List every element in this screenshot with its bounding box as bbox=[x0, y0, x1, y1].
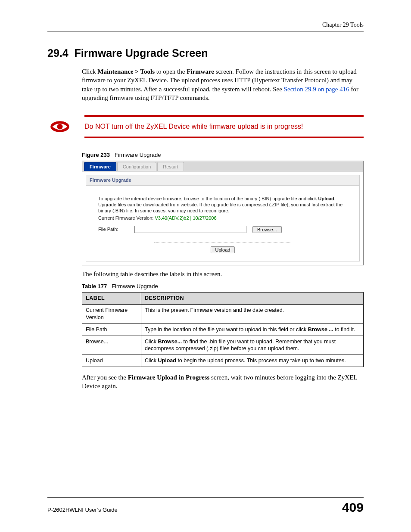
closing-bold: Firmware Upload in Progress bbox=[128, 374, 210, 381]
intro-mid1: to open the bbox=[155, 68, 187, 75]
panel-title: Firmware Upgrade bbox=[86, 175, 359, 186]
fw-ver-value: V3.40(ADV.2)b2 | 10/27/2006 bbox=[155, 215, 216, 221]
firmware-version-line: Current Firmware Version: V3.40(ADV.2)b2… bbox=[98, 215, 347, 221]
closing-paragraph: After you see the Firmware Upload in Pro… bbox=[82, 373, 364, 391]
section-heading: 29.4 Firmware Upgrade Screen bbox=[47, 47, 364, 59]
table-row: Upload Click Upload to begin the upload … bbox=[82, 355, 364, 367]
footer-guide-name: P-2602HWLNI User’s Guide bbox=[47, 507, 118, 513]
top-rule bbox=[47, 31, 364, 31]
warning-bar-bottom bbox=[84, 137, 364, 138]
chapter-header: Chapter 29 Tools bbox=[47, 22, 364, 28]
cell-desc: Type in the location of the file you wan… bbox=[141, 324, 364, 336]
intro-link[interactable]: Section 29.9 on page 416 bbox=[284, 86, 349, 93]
footer-rule bbox=[47, 497, 364, 498]
fw-ver-label: Current Firmware Version: bbox=[98, 215, 155, 221]
browse-button[interactable]: Browse... bbox=[252, 226, 282, 233]
intro-text: Click bbox=[82, 68, 97, 75]
upload-button[interactable]: Upload bbox=[211, 246, 235, 253]
cell-label: Upload bbox=[82, 355, 141, 367]
cell-desc-bold: Browse... bbox=[158, 339, 182, 345]
instr-pre: To upgrade the internal device firmware,… bbox=[98, 196, 318, 201]
panel-instructions: To upgrade the internal device firmware,… bbox=[98, 196, 347, 214]
dotted-separator bbox=[154, 243, 291, 243]
section-title: Firmware Upgrade Screen bbox=[75, 47, 208, 59]
cell-label: File Path bbox=[82, 324, 141, 336]
cell-desc-pre: This is the present Firmware version and… bbox=[145, 307, 284, 313]
table-title: Firmware Upgrade bbox=[112, 283, 158, 289]
firmware-screenshot: Firmware Configuration Restart Firmware … bbox=[82, 161, 364, 266]
cell-desc-pre: Click bbox=[145, 358, 158, 364]
filepath-label: File Path: bbox=[98, 226, 128, 233]
table-intro-line: The following table describes the labels… bbox=[82, 270, 364, 278]
intro-paragraph: Click Maintenance > Tools to open the Fi… bbox=[82, 67, 364, 102]
cell-desc-post: to find it. bbox=[333, 327, 355, 333]
cell-desc: Click Upload to begin the upload process… bbox=[141, 355, 364, 367]
cell-desc-bold: Browse ... bbox=[308, 327, 333, 333]
figure-caption: Figure 233 Firmware Upgrade bbox=[82, 151, 364, 159]
intro-bold2: Firmware bbox=[187, 68, 214, 75]
table-row: File Path Type in the location of the fi… bbox=[82, 324, 364, 336]
tab-firmware[interactable]: Firmware bbox=[84, 162, 116, 171]
cell-label: Current Firmware Version bbox=[82, 304, 141, 324]
table-row: Browse... Click Browse... to find the .b… bbox=[82, 336, 364, 355]
footer-page-number: 409 bbox=[342, 500, 364, 515]
th-description: DESCRIPTION bbox=[141, 292, 364, 305]
svg-point-1 bbox=[57, 124, 63, 130]
cell-desc-pre: Type in the location of the file you wan… bbox=[145, 327, 308, 333]
table-caption: Table 177 Firmware Upgrade bbox=[82, 283, 364, 290]
filepath-input[interactable] bbox=[134, 226, 246, 233]
warning-eye-icon bbox=[47, 120, 84, 133]
cell-desc-pre: Click bbox=[145, 339, 158, 345]
figure-number: Figure 233 bbox=[82, 152, 110, 158]
table-number: Table 177 bbox=[82, 283, 107, 289]
cell-desc-post: to begin the upload process. This proces… bbox=[176, 358, 346, 364]
figure-title: Firmware Upgrade bbox=[115, 152, 161, 158]
tab-configuration[interactable]: Configuration bbox=[117, 162, 156, 171]
cell-desc: This is the present Firmware version and… bbox=[141, 304, 364, 324]
instr-bold: Upload bbox=[318, 196, 334, 201]
closing-pre: After you see the bbox=[82, 374, 128, 381]
table-row: Current Firmware Version This is the pre… bbox=[82, 304, 364, 324]
th-label: LABEL bbox=[82, 292, 141, 305]
cell-desc-bold: Upload bbox=[158, 358, 176, 364]
tab-bar: Firmware Configuration Restart bbox=[82, 161, 363, 172]
description-table: LABEL DESCRIPTION Current Firmware Versi… bbox=[82, 292, 364, 367]
cell-desc: Click Browse... to find the .bin file yo… bbox=[141, 336, 364, 355]
warning-text: Do NOT turn off the ZyXEL Device while f… bbox=[84, 117, 364, 137]
intro-bold1: Maintenance > Tools bbox=[97, 68, 155, 75]
tab-restart[interactable]: Restart bbox=[157, 162, 184, 171]
cell-label: Browse... bbox=[82, 336, 141, 355]
page-footer: P-2602HWLNI User’s Guide 409 bbox=[47, 497, 364, 515]
section-number: 29.4 bbox=[47, 47, 68, 59]
